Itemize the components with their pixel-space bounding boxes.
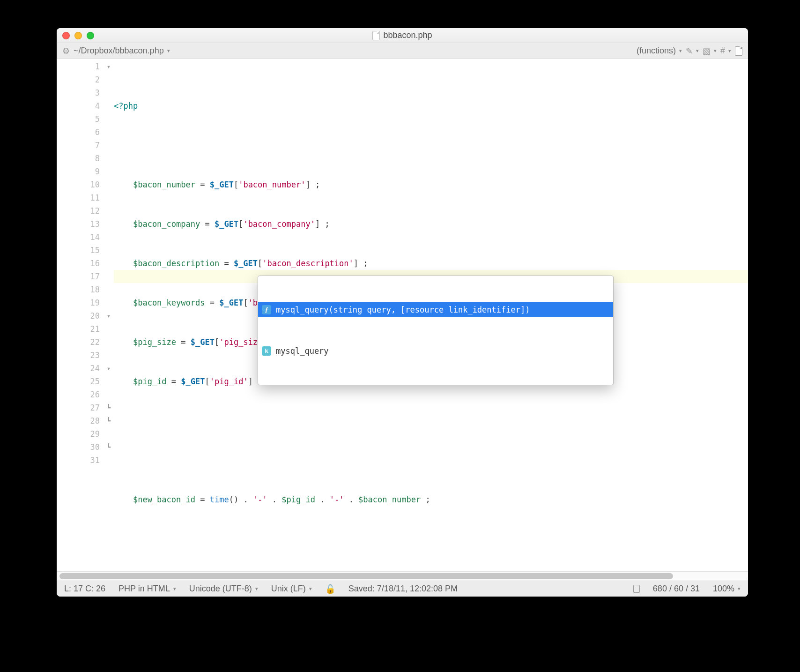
editor-area: 1 2 3 4 5 6 7 8 9 10 11 12 13 14 15 16 1… [57, 59, 748, 571]
fold-marker: ┗ [104, 414, 114, 427]
line-number: 6 [57, 126, 100, 139]
line-number: 10 [57, 178, 100, 191]
line-number: 7 [57, 139, 100, 152]
minimize-button[interactable] [74, 32, 82, 39]
chevron-down-icon: ▾ [309, 586, 312, 592]
fold-toggle[interactable]: ▾ [104, 60, 114, 73]
line-number: 4 [57, 99, 100, 112]
line-number: 25 [57, 375, 100, 388]
chevron-down-icon: ▾ [714, 48, 717, 54]
line-number: 23 [57, 349, 100, 362]
saved-timestamp: Saved: 7/18/11, 12:02:08 PM [348, 584, 458, 594]
autocomplete-item[interactable]: ƒ mysql_query(string query, [resource li… [258, 302, 613, 317]
line-number: 30 [57, 441, 100, 454]
fold-toggle[interactable] [104, 270, 114, 283]
close-button[interactable] [62, 32, 70, 39]
fold-marker: ┗ [104, 441, 114, 454]
window-title: bbbacon.php [372, 30, 432, 40]
zoom-menu[interactable]: 100%▾ [713, 584, 741, 594]
line-number: 5 [57, 112, 100, 126]
titlebar: bbbacon.php [57, 28, 748, 43]
scrollbar-thumb[interactable] [59, 573, 673, 579]
line-number: 2 [57, 73, 100, 86]
chevron-down-icon: ▾ [728, 48, 731, 54]
page-icon [633, 585, 640, 593]
language-menu[interactable]: PHP in HTML▾ [119, 584, 176, 594]
fold-gutter: ▾ ▾ ▾ ┗ ┗ ┗ [104, 59, 114, 571]
autocomplete-item[interactable]: k mysql_query [258, 343, 613, 358]
status-bar: L: 17 C: 26 PHP in HTML▾ Unicode (UTF-8)… [57, 581, 748, 597]
line-number: 14 [57, 231, 100, 244]
document-path-menu[interactable]: ~/Dropbox/bbbacon.php ▾ [74, 46, 170, 56]
title-text: bbbacon.php [383, 30, 432, 40]
editor-window: bbbacon.php ⚙ ~/Dropbox/bbbacon.php ▾ (f… [57, 28, 748, 597]
chevron-down-icon: ▾ [679, 48, 682, 54]
functions-popup[interactable]: (functions) ▾ [637, 46, 682, 56]
line-number: 20 [57, 309, 100, 322]
marker-popup[interactable]: ✎▾ [686, 46, 699, 56]
line-number: 28 [57, 414, 100, 427]
line-ending-menu[interactable]: Unix (LF)▾ [271, 584, 312, 594]
encoding-menu[interactable]: Unicode (UTF-8)▾ [189, 584, 258, 594]
gear-icon[interactable]: ⚙ [62, 46, 70, 56]
chevron-down-icon: ▾ [696, 48, 699, 54]
chevron-down-icon: ▾ [167, 48, 170, 54]
document-icon [372, 31, 380, 40]
autocomplete-label: mysql_query(string query, [resource link… [276, 303, 530, 316]
new-document-icon[interactable] [735, 46, 742, 56]
line-number: 8 [57, 152, 100, 165]
line-number: 22 [57, 336, 100, 349]
line-number: 19 [57, 296, 100, 309]
autocomplete-popup: ƒ mysql_query(string query, [resource li… [258, 276, 614, 385]
chevron-down-icon: ▾ [173, 586, 176, 592]
horizontal-scrollbar[interactable] [57, 571, 748, 581]
line-number: 17 [57, 270, 100, 283]
line-number: 16 [57, 257, 100, 270]
path-label: ~/Dropbox/bbbacon.php [74, 46, 164, 56]
lock-icon[interactable]: 🔓 [325, 584, 335, 594]
function-badge-icon: ƒ [262, 305, 271, 314]
counterpart-popup[interactable]: ▧▾ [703, 46, 717, 56]
chevron-down-icon: ▾ [738, 586, 741, 592]
line-number-gutter: 1 2 3 4 5 6 7 8 9 10 11 12 13 14 15 16 1… [57, 59, 104, 571]
line-number: 15 [57, 244, 100, 257]
line-number: 11 [57, 191, 100, 204]
line-number: 18 [57, 283, 100, 296]
line-number: 27 [57, 401, 100, 414]
line-number: 26 [57, 388, 100, 401]
autocomplete-label: mysql_query [276, 344, 329, 358]
line-number: 1 [57, 60, 100, 73]
line-number: 9 [57, 165, 100, 178]
traffic-lights [62, 32, 94, 39]
fold-toggle[interactable]: ▾ [104, 309, 114, 322]
line-number: 13 [57, 217, 100, 231]
cursor-position[interactable]: L: 17 C: 26 [64, 584, 105, 594]
keyword-badge-icon: k [262, 346, 271, 356]
line-number: 12 [57, 204, 100, 217]
document-stats[interactable]: 680 / 60 / 31 [653, 584, 700, 594]
includes-popup[interactable]: #▾ [720, 46, 731, 56]
fold-marker: ┗ [104, 401, 114, 414]
fold-toggle[interactable]: ▾ [104, 362, 114, 375]
vertical-scrollbar[interactable] [740, 59, 747, 571]
line-number: 29 [57, 427, 100, 441]
code-editor[interactable]: <?php $bacon_number = $_GET['bacon_numbe… [114, 59, 748, 571]
line-number: 31 [57, 454, 100, 467]
zoom-button[interactable] [87, 32, 94, 39]
line-number: 21 [57, 322, 100, 336]
functions-label: (functions) [637, 46, 676, 56]
line-number: 3 [57, 86, 100, 99]
chevron-down-icon: ▾ [255, 586, 258, 592]
line-number: 24 [57, 362, 100, 375]
navigation-bar: ⚙ ~/Dropbox/bbbacon.php ▾ (functions) ▾ … [57, 43, 748, 59]
